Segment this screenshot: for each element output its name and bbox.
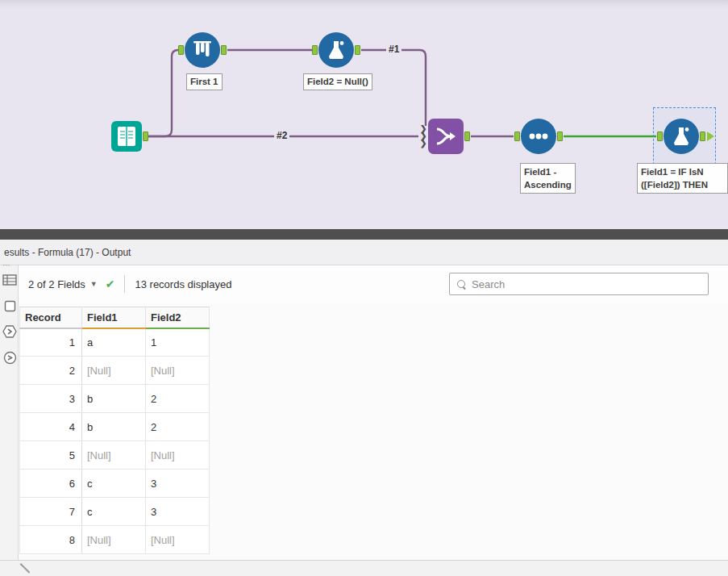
sort-tool-label: Field1 - Ascending <box>520 163 576 194</box>
table-row[interactable]: 6c3 <box>20 470 210 498</box>
hex-arrow-icon[interactable] <box>2 323 18 340</box>
data-cell[interactable]: 1 <box>146 328 210 357</box>
scroll-corner-mark <box>20 563 31 574</box>
union-output-anchor[interactable] <box>464 131 470 141</box>
alteryx-window: #1 #2 First 1 <box>0 0 728 576</box>
sample-tool-label: First 1 <box>186 73 223 90</box>
records-displayed-text: 13 records displayed <box>135 278 231 290</box>
table-row[interactable]: 3b2 <box>20 385 210 413</box>
union-merge-icon <box>428 119 464 154</box>
flask-icon <box>664 119 699 154</box>
formula2-output-arrow[interactable] <box>707 131 714 141</box>
formula1-output-anchor[interactable] <box>355 45 360 55</box>
data-cell[interactable]: [Null] <box>82 441 146 470</box>
formula2-label-line2: ([Field2]) THEN <box>641 178 724 191</box>
square-view-icon[interactable] <box>2 298 18 314</box>
pane-divider[interactable] <box>0 229 728 240</box>
record-cell[interactable]: 7 <box>20 498 82 526</box>
search-box[interactable] <box>449 273 709 295</box>
formula-tool-1[interactable] <box>318 32 354 68</box>
search-input[interactable] <box>472 278 708 290</box>
book-icon <box>116 125 137 148</box>
formula1-input-anchor[interactable] <box>312 45 318 55</box>
test-tubes-icon <box>185 32 220 68</box>
column-header-record[interactable]: Record <box>20 307 82 328</box>
formula1-tool-label: Field2 = Null() <box>303 73 372 90</box>
sort-output-anchor[interactable] <box>557 131 563 141</box>
data-cell[interactable]: [Null] <box>146 526 210 554</box>
data-cell[interactable]: b <box>82 413 146 441</box>
results-toolbar: 2 of 2 Fields ▼ ✔ 13 records displayed <box>19 265 728 303</box>
data-cell[interactable]: 3 <box>146 498 210 526</box>
sample-input-anchor[interactable] <box>178 45 184 55</box>
union-input-chevron: ❯ <box>420 140 426 147</box>
workflow-canvas[interactable]: #1 #2 First 1 <box>0 0 728 229</box>
data-cell[interactable]: [Null] <box>82 526 146 554</box>
record-cell[interactable]: 1 <box>20 328 82 357</box>
data-cell[interactable]: [Null] <box>146 357 210 385</box>
table-row[interactable]: 7c3 <box>20 498 210 526</box>
column-header-field2[interactable]: Field2 <box>146 307 210 328</box>
sample-output-anchor[interactable] <box>221 45 227 55</box>
results-title-bar: esults - Formula (17) - Output <box>0 240 728 265</box>
formula2-output-anchor[interactable] <box>700 131 705 141</box>
data-cell[interactable]: 3 <box>146 470 210 498</box>
table-row[interactable]: 1a1 <box>20 328 210 357</box>
connection-wires <box>0 0 728 229</box>
record-cell[interactable]: 5 <box>20 441 82 470</box>
data-cell[interactable]: 2 <box>146 385 210 413</box>
input-data-tool[interactable] <box>111 121 142 152</box>
results-side-strip: ⋯ <box>0 265 19 561</box>
circle-info-icon[interactable] <box>2 349 18 365</box>
wire-label-1: #1 <box>386 44 401 55</box>
data-cell[interactable]: c <box>82 498 146 526</box>
table-row[interactable]: 8[Null][Null] <box>20 526 210 554</box>
column-header-field1[interactable]: Field1 <box>82 307 146 328</box>
record-cell[interactable]: 6 <box>20 470 82 498</box>
table-header-row: Record Field1 Field2 <box>20 307 210 328</box>
fields-dropdown-label: 2 of 2 Fields <box>28 278 85 290</box>
formula2-label-line1: Field1 = IF IsN <box>641 165 724 178</box>
table-view-icon[interactable] <box>2 272 18 288</box>
data-cell[interactable]: b <box>82 385 146 413</box>
wire-input-to-sample[interactable] <box>148 50 179 136</box>
sample-tool[interactable] <box>185 32 220 68</box>
input-output-anchor[interactable] <box>143 131 148 141</box>
wire-label-2: #2 <box>274 130 289 141</box>
data-cell[interactable]: [Null] <box>82 357 146 385</box>
horizontal-scrollbar[interactable] <box>0 560 728 576</box>
data-cell[interactable]: 2 <box>146 413 210 441</box>
record-cell[interactable]: 8 <box>20 526 82 554</box>
chevron-down-icon: ▼ <box>90 280 98 288</box>
toolbar-separator <box>124 275 125 293</box>
sort-label-line1: Field1 - <box>524 165 572 178</box>
check-icon[interactable]: ✔ <box>106 278 115 290</box>
splitter-handle-icon[interactable]: ⋯ <box>2 261 11 269</box>
record-cell[interactable]: 3 <box>20 385 82 413</box>
search-icon <box>457 280 466 289</box>
data-cell[interactable]: a <box>82 328 146 357</box>
results-title: esults - Formula (17) - Output <box>4 247 131 258</box>
table-row[interactable]: 4b2 <box>20 413 210 441</box>
formula2-tool-label: Field1 = IF IsN ([Field2]) THEN <box>637 163 728 194</box>
table-row[interactable]: 5[Null][Null] <box>20 441 210 470</box>
flask-icon <box>318 32 354 68</box>
formula-tool-2[interactable] <box>664 119 699 154</box>
data-cell[interactable]: c <box>82 470 146 498</box>
results-table: Record Field1 Field2 1a12[Null][Null]3b2… <box>19 307 210 554</box>
data-cell[interactable]: [Null] <box>146 441 210 470</box>
fields-dropdown[interactable]: 2 of 2 Fields ▼ <box>28 278 98 290</box>
dots-icon <box>521 119 556 154</box>
formula2-input-anchor[interactable] <box>657 131 663 141</box>
record-cell[interactable]: 4 <box>20 413 82 441</box>
sort-input-anchor[interactable] <box>514 131 520 141</box>
sort-label-line2: Ascending <box>524 178 572 191</box>
table-row[interactable]: 2[Null][Null] <box>20 357 210 385</box>
record-cell[interactable]: 2 <box>20 357 82 385</box>
union-tool[interactable] <box>428 119 464 154</box>
sort-tool[interactable] <box>521 119 556 154</box>
